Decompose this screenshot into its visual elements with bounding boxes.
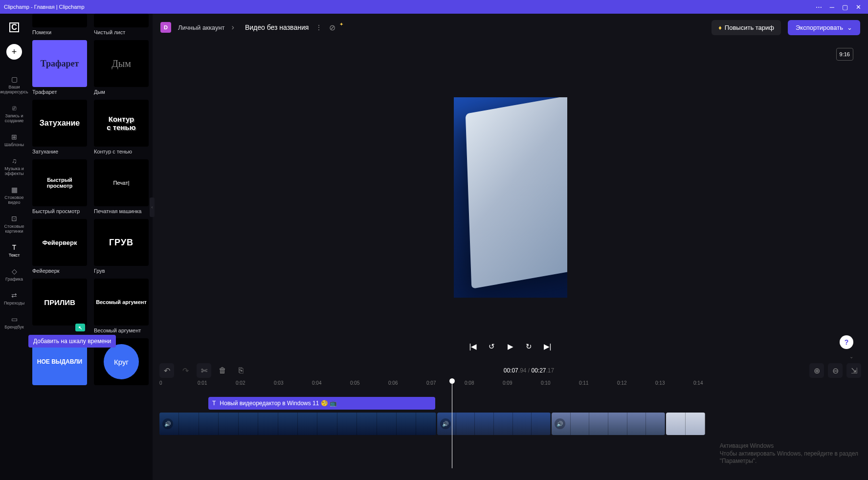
close-icon[interactable]: ✕ xyxy=(856,3,861,11)
video-clip[interactable] xyxy=(666,413,705,435)
video-clip[interactable]: 🔊 xyxy=(159,413,436,435)
timeline-ruler[interactable]: 0 0:01 0:02 0:03 0:04 0:05 0:06 0:07 0:0… xyxy=(153,380,868,392)
mute-icon[interactable]: 🔊 xyxy=(440,418,451,429)
nav-music[interactable]: ♫Музыка и эффекты xyxy=(0,154,28,179)
template-label: Затухание xyxy=(32,149,87,154)
more-icon[interactable]: ⋯ xyxy=(816,3,822,11)
template-item[interactable]: Контур с теньюКонтур с тенью xyxy=(94,100,149,154)
nav-media[interactable]: ▢Ваши медиаресурсы xyxy=(0,72,28,97)
project-title[interactable]: Видео без названия xyxy=(245,23,309,31)
ruler-tick: 0:07 xyxy=(426,380,465,392)
undo-button[interactable]: ↶ xyxy=(159,363,174,378)
template-label: Фейерверк xyxy=(32,268,87,274)
maximize-icon[interactable]: ▢ xyxy=(842,3,848,11)
template-item[interactable]: Помехи xyxy=(32,14,87,35)
skip-end-icon[interactable]: ▶| xyxy=(543,342,553,351)
template-thumb: Весомый аргумент xyxy=(94,279,149,326)
delete-button[interactable]: 🗑 xyxy=(215,363,230,378)
template-label: Печатная машинка xyxy=(94,208,149,214)
grid-icon: ⊞ xyxy=(10,133,19,141)
shapes-icon: ◇ xyxy=(10,267,19,275)
playback-controls: |◀ ↺ ▶ ↻ ▶| xyxy=(468,342,553,351)
template-item[interactable]: ФейерверкФейерверк xyxy=(32,219,87,274)
timeline-tracks[interactable]: T Новый видеоредактор в Windows 11 🧐 📺 🔊… xyxy=(153,392,868,480)
nav-stock-video[interactable]: ▦Стоковое видео xyxy=(0,183,28,208)
aspect-ratio-chip[interactable]: 9:16 xyxy=(836,48,853,61)
title-bar: Clipchamp - Главная | Clipchamp ⋯ ─ ▢ ✕ xyxy=(0,0,868,14)
more-vertical-icon[interactable]: ⋮ xyxy=(315,23,322,31)
account-avatar[interactable]: D xyxy=(160,22,171,33)
template-item[interactable]: Печат|Печатная машинка xyxy=(94,159,149,214)
template-item[interactable]: ТрафаретТрафарет xyxy=(32,40,87,95)
redo-button[interactable]: ↷ xyxy=(178,363,193,378)
fit-button[interactable]: ⇲ xyxy=(846,363,861,378)
template-thumb: Быстрый просмотр xyxy=(32,159,87,206)
video-clip[interactable]: 🔊 xyxy=(552,413,665,435)
main-area: D Личный аккаунт › Видео без названия ⋮ … xyxy=(153,14,868,480)
diamond-icon: ♦ xyxy=(718,24,722,31)
add-button[interactable]: + xyxy=(6,44,22,60)
image-icon: ⊡ xyxy=(10,215,19,222)
forward-icon[interactable]: ↻ xyxy=(524,342,534,351)
ruler-tick: 0:02 xyxy=(236,380,274,392)
add-to-timeline-tooltip: Добавить на шкалу времени xyxy=(28,335,116,348)
template-item[interactable]: ДымДым xyxy=(94,40,149,95)
play-icon[interactable]: ▶ xyxy=(506,342,515,351)
collapse-panel-handle[interactable]: ‹ xyxy=(150,197,155,217)
video-preview[interactable] xyxy=(454,97,567,298)
export-button[interactable]: Экспортировать⌄ xyxy=(788,20,860,35)
template-item[interactable]: ЗатуханиеЗатухание xyxy=(32,100,87,154)
template-thumb: Дым xyxy=(94,40,149,87)
skip-start-icon[interactable]: |◀ xyxy=(468,342,478,351)
template-item[interactable]: ГРУВГрув xyxy=(94,219,149,274)
mute-icon[interactable]: 🔊 xyxy=(555,418,565,429)
template-label: Трафарет xyxy=(32,89,87,95)
zoom-out-button[interactable]: ⊖ xyxy=(828,363,843,378)
help-button[interactable]: ? xyxy=(840,335,853,349)
chevron-right-icon: › xyxy=(232,23,234,32)
ruler-tick: 0:13 xyxy=(655,380,693,392)
collapse-timeline-icon[interactable]: ⌄ xyxy=(153,354,868,361)
text-clip[interactable]: T Новый видеоредактор в Windows 11 🧐 📺 xyxy=(208,397,435,410)
template-thumb: Печат| xyxy=(94,159,149,206)
transition-icon: ⇄ xyxy=(10,291,19,299)
ruler-tick: 0:10 xyxy=(541,380,579,392)
template-item[interactable]: Чистый лист xyxy=(94,14,149,35)
nav-graphics[interactable]: ◇Графика xyxy=(0,264,28,284)
nav-transitions[interactable]: ⇄Переходы xyxy=(0,288,28,308)
app-logo[interactable]: C xyxy=(7,21,21,34)
template-thumb: ГРУВ xyxy=(94,219,149,266)
template-item[interactable]: Весомый аргументВесомый аргумент xyxy=(94,279,149,333)
cut-button[interactable]: ✄ xyxy=(197,363,211,378)
account-label[interactable]: Личный аккаунт xyxy=(178,24,225,31)
nav-brand[interactable]: ▭Брендбук xyxy=(0,312,28,332)
video-clip[interactable]: 🔊 xyxy=(437,413,551,435)
cloud-off-icon[interactable]: ⊘ xyxy=(329,23,335,32)
upgrade-button[interactable]: ♦Повысить тариф xyxy=(712,20,781,35)
window-title: Clipchamp - Главная | Clipchamp xyxy=(4,4,85,10)
timeline-toolbar: ↶ ↷ ✄ 🗑 ⎘ 00:07.94 / 00:27.17 ⊕ ⊖ ⇲ xyxy=(153,361,868,380)
nav-text[interactable]: TТекст xyxy=(0,240,28,261)
minimize-icon[interactable]: ─ xyxy=(830,3,834,11)
text-icon: T xyxy=(10,243,19,251)
nav-templates[interactable]: ⊞Шаблоны xyxy=(0,130,28,150)
template-thumb: Фейерверк xyxy=(32,219,87,266)
nav-stock-image[interactable]: ⊡Стоковые картинки xyxy=(0,212,28,237)
rewind-icon[interactable]: ↺ xyxy=(487,342,497,351)
cursor-icon: ↖ xyxy=(75,324,85,331)
top-bar: D Личный аккаунт › Видео без названия ⋮ … xyxy=(153,14,868,41)
template-thumb: Трафарет xyxy=(32,40,87,87)
mute-icon[interactable]: 🔊 xyxy=(162,418,173,429)
nav-record[interactable]: ⎚Запись и создание xyxy=(0,101,28,126)
template-thumb: Контур с тенью xyxy=(94,100,149,147)
playhead[interactable] xyxy=(452,380,452,468)
template-item[interactable]: ПРИЛИВ↖Прилив xyxy=(32,279,87,333)
text-clip-label: Новый видеоредактор в Windows 11 🧐 📺 xyxy=(220,400,337,407)
camera-icon: ⎚ xyxy=(10,104,19,112)
template-item[interactable]: Быстрый просмотрБыстрый просмотр xyxy=(32,159,87,214)
windows-activation-watermark: Активация Windows Чтобы активировать Win… xyxy=(720,442,858,465)
zoom-in-button[interactable]: ⊕ xyxy=(809,363,824,378)
ruler-tick: 0 xyxy=(159,380,198,392)
film-icon: ▦ xyxy=(10,186,19,194)
duplicate-button[interactable]: ⎘ xyxy=(234,363,248,378)
